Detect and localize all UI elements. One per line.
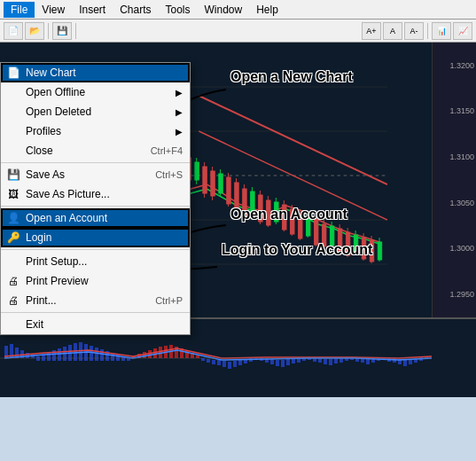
toolbar-chart-bar[interactable]: 📊 [432,22,451,40]
price-4: 1.3050 [449,199,474,207]
svg-rect-112 [286,359,290,365]
svg-rect-101 [228,362,231,369]
menu-open-offline[interactable]: Open Offline ▶ [1,82,190,102]
account-icon: 👤 [4,212,22,224]
separator3 [1,249,190,250]
svg-rect-98 [212,360,215,364]
svg-rect-76 [95,348,98,361]
menu-help[interactable]: Help [249,2,285,18]
menu-tools[interactable]: Tools [159,2,198,18]
svg-rect-95 [196,356,199,358]
svg-rect-110 [276,360,279,366]
annotation-new-chart: Open a New Chart [230,69,353,85]
separator2 [1,206,190,207]
price-5: 1.3000 [449,244,474,253]
print-preview-icon: 🖨 [4,275,22,287]
svg-rect-66 [42,355,45,361]
svg-rect-21 [235,183,238,207]
svg-rect-100 [222,361,226,367]
svg-rect-111 [281,360,285,367]
svg-rect-121 [334,358,338,363]
menu-print[interactable]: 🖨 Print... Ctrl+P [1,291,190,310]
toolbar-sep3 [427,23,428,39]
svg-rect-99 [217,360,221,365]
svg-rect-118 [318,358,322,363]
svg-rect-82 [127,358,130,361]
arrow-icon: ▶ [176,88,183,98]
arrow-icon2: ▶ [176,107,183,117]
separator1 [1,162,190,163]
toolbar-save[interactable]: 💾 [52,22,72,40]
menu-open-deleted[interactable]: Open Deleted ▶ [1,102,190,121]
svg-rect-75 [90,346,93,361]
menu-save-as[interactable]: 💾 Save As Ctrl+S [1,165,190,184]
annotation-new-chart-text: Open a New Chart [230,69,353,85]
chart-and-menu: 1.3200 1.3150 1.3100 1.3050 1.3000 1.295… [0,43,476,371]
svg-rect-109 [270,359,274,364]
price-3: 1.3100 [449,152,474,161]
svg-rect-122 [339,358,343,363]
print-icon: 🖨 [4,294,22,307]
separator4 [1,312,190,313]
toolbar-font-down[interactable]: A- [404,22,424,40]
price-1: 1.3200 [449,61,474,70]
annotation-account-text: Open an Account [230,207,347,223]
svg-rect-97 [207,359,210,363]
annotation-open-account: Open an Account [230,207,347,223]
menu-new-chart[interactable]: 📄 New Chart [1,63,190,82]
arrow-icon3: ▶ [176,127,183,137]
svg-rect-103 [238,360,242,365]
menu-save-as-picture[interactable]: 🖼 Save As Picture... [1,184,190,204]
menu-open-account[interactable]: 👤 Open an Account [1,208,190,228]
toolbar-font[interactable]: A [383,22,402,40]
menu-print-setup[interactable]: Print Setup... [1,252,190,271]
toolbar-new[interactable]: 📄 [4,22,23,40]
menu-insert[interactable]: Insert [72,2,113,18]
toolbar-sep2 [75,23,76,39]
menu-view[interactable]: View [35,2,72,18]
annotation-login: Login to Your Account [222,242,372,258]
price-axis: 1.3200 1.3150 1.3100 1.3050 1.3000 1.295… [432,43,476,317]
svg-rect-102 [233,361,237,367]
toolbar: 📄 📂 💾 A+ A A- 📊 📈 [0,20,476,43]
toolbar-chart-line[interactable]: 📈 [453,22,472,40]
svg-rect-96 [201,358,205,361]
toolbar-sep1 [48,23,49,39]
new-chart-icon: 📄 [4,66,22,79]
menu-print-preview[interactable]: 🖨 Print Preview [1,271,190,291]
login-icon: 🔑 [4,231,22,244]
save-icon: 💾 [4,168,22,181]
price-6: 1.2950 [449,290,474,299]
svg-rect-69 [58,348,61,361]
file-dropdown: 📄 New Chart Open Offline ▶ Open Deleted … [0,62,191,335]
svg-rect-119 [324,359,327,364]
menu-profiles[interactable]: Profiles ▶ [1,121,190,141]
svg-rect-127 [366,359,370,364]
annotation-login-text: Login to Your Account [222,242,372,258]
menu-login[interactable]: 🔑 Login [1,228,190,247]
svg-rect-65 [36,356,40,361]
menu-close[interactable]: Close Ctrl+F4 [1,141,190,160]
menu-file[interactable]: File [4,2,35,18]
svg-rect-120 [329,359,332,365]
toolbar-open[interactable]: 📂 [25,22,44,40]
menu-window[interactable]: Window [198,2,250,18]
picture-icon: 🖼 [4,188,22,200]
menu-bar: File View Insert Charts Tools Window Hel… [0,0,476,20]
svg-rect-134 [403,360,407,366]
price-2: 1.3150 [449,106,474,115]
menu-exit[interactable]: Exit [1,315,190,334]
menu-charts[interactable]: Charts [113,2,158,18]
toolbar-zoom-in[interactable]: A+ [362,22,381,40]
svg-rect-77 [100,349,104,361]
